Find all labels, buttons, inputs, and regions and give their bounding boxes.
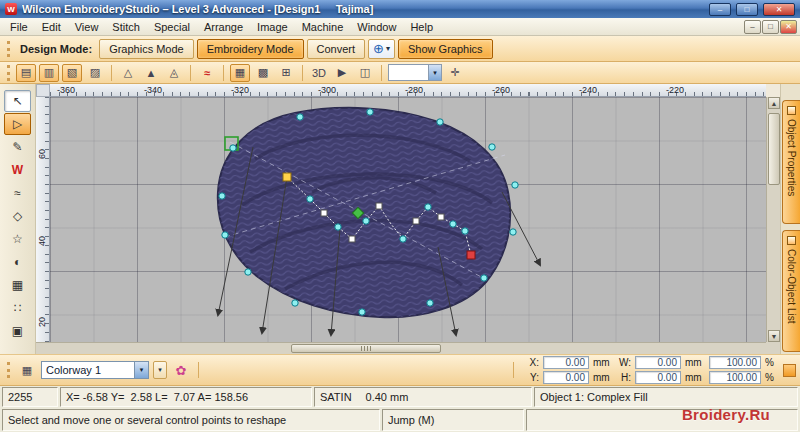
palette-grid-icon[interactable]: ▦ [17, 361, 37, 379]
scroll-down-icon[interactable]: ▼ [768, 330, 780, 342]
show-connectors-icon[interactable]: ▲ [141, 64, 161, 82]
menu-machine[interactable]: Machine [295, 19, 351, 35]
app-logo-icon: W [5, 3, 17, 15]
y-field[interactable]: 0.00 [543, 371, 589, 384]
toolbar-grip[interactable] [7, 65, 10, 81]
globe-dropdown-button[interactable]: ⊕ ▾ [368, 39, 395, 59]
toolbar-grip[interactable] [7, 362, 10, 378]
tab-label: Object Properties [786, 119, 797, 196]
w-field[interactable]: 0.00 [635, 356, 681, 369]
stitch-player-icon[interactable]: ▶ [332, 64, 352, 82]
show-design-icon[interactable]: ▤ [16, 64, 36, 82]
menu-edit[interactable]: Edit [35, 19, 68, 35]
tab-object-properties[interactable]: Object Properties [782, 100, 800, 224]
menu-arrange[interactable]: Arrange [197, 19, 250, 35]
toolbar-grip[interactable] [7, 41, 10, 57]
mesh-view-icon[interactable]: ◬ [164, 64, 184, 82]
tab-color-object-list[interactable]: Color-Object List [782, 230, 800, 352]
run-stitch-tool-button[interactable]: ≈ [4, 182, 31, 204]
ruler-label: -360 [57, 85, 75, 95]
color-wheel-icon[interactable]: ✿ [171, 361, 191, 379]
colorway-combo[interactable]: Colorway 1 ▾ [41, 361, 149, 379]
mdi-close-button[interactable]: ✕ [780, 20, 797, 34]
outline-tool-button[interactable]: ▣ [4, 320, 31, 342]
menu-help[interactable]: Help [403, 19, 440, 35]
show-outlines-icon[interactable]: ▨ [85, 64, 105, 82]
fill-tool-button[interactable]: ▦ [4, 274, 31, 296]
show-graphics-button[interactable]: Show Graphics [398, 39, 493, 59]
horizontal-scrollbar[interactable] [36, 342, 766, 354]
watermark: Broidery.Ru [682, 406, 770, 423]
x-field[interactable]: 0.00 [543, 356, 589, 369]
digitize-tool-button[interactable]: ✎ [4, 136, 31, 158]
show-guidelines-icon[interactable]: ⊞ [276, 64, 296, 82]
menu-window[interactable]: Window [350, 19, 403, 35]
menu-file[interactable]: File [3, 19, 35, 35]
snap-to-grid-icon[interactable]: ▩ [253, 64, 273, 82]
view-toolbar: ▤ ▥ ▧ ▨ △ ▲ ◬ ≈ ▦ ▩ ⊞ 3D ▶ ◫ ▾ ✛ [0, 62, 800, 84]
vertical-scrollbar[interactable]: ▲ ▼ [766, 97, 780, 342]
properties-icon [787, 106, 796, 115]
menu-view[interactable]: View [68, 19, 106, 35]
horizontal-ruler: -360 -340 -320 -300 -280 -260 -240 -220 [50, 84, 766, 97]
three-d-view-button[interactable]: 3D [309, 64, 329, 82]
ruler-label: -320 [231, 85, 249, 95]
window-title: Wilcom EmbroideryStudio – Level 3 Advanc… [22, 3, 704, 15]
title-bar[interactable]: W Wilcom EmbroideryStudio – Level 3 Adva… [0, 0, 800, 18]
right-dock-rail: Object Properties Color-Object List [780, 84, 800, 354]
zoom-combo[interactable]: ▾ [388, 64, 442, 81]
design-canvas[interactable] [50, 97, 766, 342]
stitch-angle-icon[interactable]: ≈ [197, 64, 217, 82]
mdi-minimize-button[interactable]: – [744, 20, 761, 34]
ruler-label: 60 [37, 147, 47, 161]
panel-corner-button[interactable] [783, 364, 796, 377]
close-button[interactable]: ✕ [763, 3, 795, 16]
show-grid-icon[interactable]: ▦ [230, 64, 250, 82]
tab-label: Color-Object List [786, 249, 797, 323]
ruler-label: -340 [144, 85, 162, 95]
ruler-origin-box[interactable] [36, 84, 50, 97]
x-label: X: [525, 357, 539, 368]
menu-image[interactable]: Image [250, 19, 295, 35]
x-unit: mm [593, 357, 613, 368]
reshape-tool-button[interactable]: ▷ [4, 113, 31, 135]
ruler-label: -300 [318, 85, 336, 95]
start-point-handle[interactable] [283, 173, 291, 181]
penetration-tool-button[interactable]: ∷ [4, 297, 31, 319]
show-artistic-view-icon[interactable]: ▥ [39, 64, 59, 82]
menu-special[interactable]: Special [147, 19, 197, 35]
select-tool-button[interactable]: ↖ [4, 90, 31, 112]
shape-tool-button[interactable]: ◇ [4, 205, 31, 227]
h-field[interactable]: 0.00 [635, 371, 681, 384]
end-point-handle[interactable] [467, 251, 475, 259]
scale-x-field[interactable]: 100.00 [709, 356, 761, 369]
menu-stitch[interactable]: Stitch [105, 19, 147, 35]
chevron-down-icon[interactable]: ▾ [428, 65, 441, 80]
maximize-button[interactable]: □ [736, 3, 758, 16]
mdi-restore-button[interactable]: □ [762, 20, 779, 34]
show-needle-points-icon[interactable]: △ [118, 64, 138, 82]
stitch-edit-tool-button[interactable]: W [4, 159, 31, 181]
convert-button[interactable]: Convert [307, 39, 366, 59]
w-unit: mm [685, 357, 705, 368]
scroll-up-icon[interactable]: ▲ [768, 97, 780, 109]
minimize-button[interactable]: – [709, 3, 731, 16]
scale-y-field[interactable]: 100.00 [709, 371, 761, 384]
chevron-down-icon[interactable]: ▾ [134, 362, 148, 378]
ruler-label: 40 [37, 234, 47, 248]
horizontal-scroll-thumb[interactable] [291, 344, 441, 353]
colorway-dropdown-button[interactable]: ▾ [153, 361, 167, 379]
star-tool-button[interactable]: ☆ [4, 228, 31, 250]
embroidery-mode-button[interactable]: Embroidery Mode [197, 39, 304, 59]
mirror-tool-button[interactable]: ◐ [4, 251, 31, 273]
stitch-info: SATIN 0.40 mm [314, 387, 532, 407]
scrollbar-corner [766, 342, 780, 354]
graphics-mode-button[interactable]: Graphics Mode [99, 39, 194, 59]
scale-y-unit: % [765, 372, 777, 383]
embroidery-object[interactable] [218, 108, 510, 317]
show-stitches-icon[interactable]: ▧ [62, 64, 82, 82]
overview-window-icon[interactable]: ◫ [355, 64, 375, 82]
auto-scroll-icon[interactable]: ✛ [445, 64, 465, 82]
vertical-scroll-thumb[interactable] [768, 113, 780, 185]
stitch-length: 0.40 mm [366, 391, 409, 403]
